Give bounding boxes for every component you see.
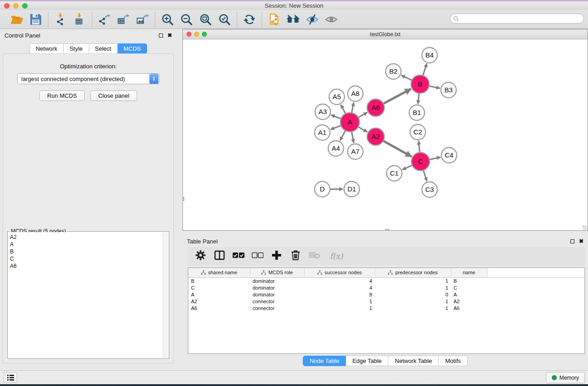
network-window-title: testGlobe.txt — [183, 31, 588, 38]
tab-network-table[interactable]: Network Table — [388, 356, 439, 366]
node-D[interactable]: D — [315, 181, 330, 197]
hide-graphics-eye-slash-button[interactable] — [304, 11, 320, 28]
run-mcds-button[interactable]: Run MCDS — [39, 91, 85, 101]
network-graph[interactable]: AA1A2A3A4A5A6A7A8BB1B2B3B4CC1C2C3C4DD1 — [183, 39, 588, 230]
zoom-selected-button[interactable] — [216, 11, 233, 28]
zoom-out-button[interactable] — [178, 11, 195, 28]
select-all-checks-button[interactable] — [232, 250, 245, 262]
delete-column-trash-button[interactable] — [289, 250, 302, 262]
show-graphics-eye-button[interactable] — [323, 11, 339, 28]
close-table-panel-icon[interactable]: ✖ — [579, 238, 583, 244]
resize-grip-bottom[interactable] — [385, 229, 389, 231]
add-column-button[interactable] — [270, 250, 283, 262]
table-row[interactable]: Adominator80A — [188, 291, 583, 298]
node-A1[interactable]: A1 — [315, 125, 330, 140]
apply-layout-refresh-button[interactable] — [241, 11, 258, 28]
node-C3[interactable]: C3 — [422, 182, 437, 197]
table-tabs: Node TableEdge TableNetwork TableMotifs — [182, 356, 588, 366]
unselect-all-checks-button[interactable] — [251, 250, 264, 262]
gear-button[interactable] — [194, 250, 207, 262]
column-header-successor-nodes[interactable]: successor nodes — [304, 268, 375, 277]
export-table-button[interactable] — [115, 11, 132, 28]
split-panel-button[interactable] — [213, 250, 226, 262]
float-table-panel-icon[interactable] — [570, 239, 574, 243]
delete-table-icon — [309, 251, 320, 261]
network-canvas[interactable]: AA1A2A3A4A5A6A7A8BB1B2B3B4CC1C2C3C4DD1 — [183, 39, 588, 230]
gear-icon — [195, 250, 206, 262]
node-A2[interactable]: A2 — [367, 128, 384, 145]
svg-text:C4: C4 — [445, 151, 453, 159]
node-table[interactable]: shared nameMCDS rolesuccessor nodesprede… — [188, 267, 585, 354]
node-C4[interactable]: C4 — [441, 148, 457, 163]
svg-text:A8: A8 — [351, 90, 359, 97]
export-image-button[interactable] — [134, 11, 151, 28]
tab-mcds[interactable]: MCDS — [118, 43, 147, 54]
tab-motifs[interactable]: Motifs — [439, 356, 468, 366]
float-panel-icon[interactable] — [159, 33, 163, 38]
network-window-titlebar[interactable]: testGlobe.txt — [183, 29, 588, 39]
table-row[interactable]: Bdominator41B — [188, 277, 583, 284]
svg-text:A4: A4 — [332, 144, 340, 152]
import-table-button[interactable] — [72, 11, 88, 28]
tab-network[interactable]: Network — [29, 43, 64, 54]
node-C2[interactable]: C2 — [410, 124, 425, 140]
node-B[interactable]: B — [411, 75, 429, 93]
svg-text:B1: B1 — [413, 109, 421, 116]
node-A3[interactable]: A3 — [315, 104, 330, 119]
export-network-button[interactable] — [96, 11, 113, 28]
table-row[interactable]: A2connector11A2 — [188, 298, 583, 305]
node-A6[interactable]: A6 — [367, 99, 384, 116]
table-row[interactable]: Cdominator41C — [188, 284, 583, 291]
memory-button[interactable]: Memory — [546, 372, 585, 383]
search-input[interactable] — [459, 14, 583, 23]
node-A5[interactable]: A5 — [329, 89, 344, 105]
column-header-predecessor-nodes[interactable]: predecessor nodes — [375, 268, 451, 277]
tab-node-table[interactable]: Node Table — [303, 356, 346, 366]
search-field[interactable] — [450, 14, 584, 24]
node-C[interactable]: C — [411, 152, 430, 171]
mcds-result-item[interactable]: B — [10, 248, 161, 255]
node-B4[interactable]: B4 — [422, 48, 437, 63]
new-network-file-button[interactable] — [266, 11, 282, 28]
desktop-background-strip — [0, 384, 588, 386]
column-header-filler — [487, 268, 583, 277]
resize-grip-left[interactable] — [182, 197, 184, 201]
svg-text:D1: D1 — [347, 185, 356, 193]
home-network-button[interactable] — [285, 11, 301, 28]
shared-column-icon — [317, 270, 322, 275]
node-B1[interactable]: B1 — [409, 105, 425, 120]
node-A7[interactable]: A7 — [348, 144, 363, 159]
node-A4[interactable]: A4 — [328, 141, 344, 156]
export-image-icon — [136, 13, 149, 26]
tab-select[interactable]: Select — [89, 43, 118, 54]
mcds-result-item[interactable]: A — [10, 241, 161, 248]
table-panel: Table Panel ✖ f(x) shared nameMCDS roles… — [182, 235, 588, 368]
save-session-button[interactable] — [28, 11, 44, 28]
result-scrollbar[interactable] — [163, 232, 168, 358]
close-panel-button[interactable]: Close panel — [91, 91, 137, 101]
mcds-result-item[interactable]: C — [10, 255, 161, 262]
tab-style[interactable]: Style — [64, 43, 89, 54]
node-A8[interactable]: A8 — [348, 86, 363, 101]
mcds-result-list[interactable]: A2ABCA6 — [8, 232, 163, 358]
mcds-result-item[interactable]: A6 — [10, 262, 161, 270]
import-network-button[interactable] — [53, 11, 69, 28]
close-panel-icon[interactable]: ✖ — [167, 33, 172, 38]
zoom-in-button[interactable] — [159, 11, 176, 28]
node-D1[interactable]: D1 — [344, 181, 359, 197]
column-header-shared-name[interactable]: shared name — [188, 268, 250, 277]
column-header-name[interactable]: name — [451, 268, 487, 277]
node-B3[interactable]: B3 — [441, 82, 456, 98]
node-B2[interactable]: B2 — [386, 64, 401, 79]
table-row[interactable]: A6connector11A6 — [188, 305, 583, 311]
optimization-criterion-dropdown[interactable]: largest connected component (directed) ▲… — [17, 73, 159, 84]
resize-corner-handle[interactable] — [583, 225, 587, 230]
open-file-button[interactable] — [9, 11, 25, 28]
node-A[interactable]: A — [340, 113, 359, 132]
zoom-fit-button[interactable] — [197, 11, 214, 28]
column-header-MCDS-role[interactable]: MCDS role — [250, 268, 304, 277]
node-C1[interactable]: C1 — [387, 166, 402, 181]
task-history-button[interactable] — [4, 372, 17, 383]
mcds-result-item[interactable]: A2 — [10, 234, 161, 241]
tab-edge-table[interactable]: Edge Table — [346, 356, 388, 366]
